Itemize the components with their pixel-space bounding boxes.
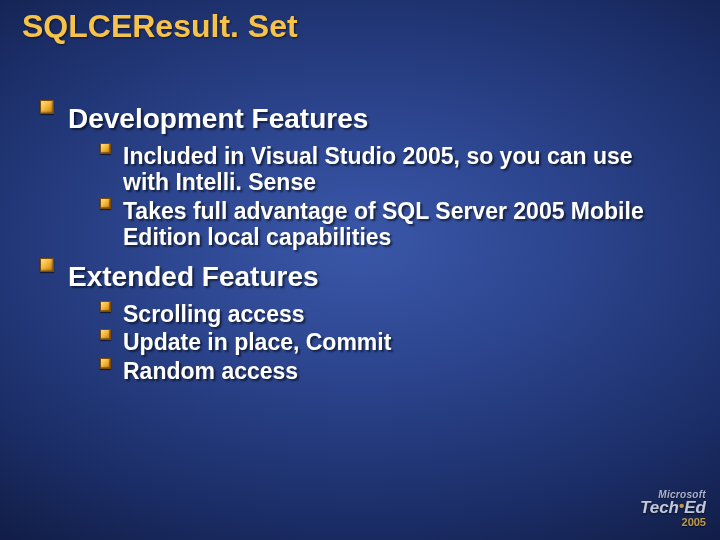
slide-title: SQLCEResult. Set [22,8,298,45]
brand-logo: Microsoft Tech•Ed 2005 [640,489,706,528]
feature-text: Update in place, Commit [123,329,680,355]
product-name-b: Ed [684,498,706,517]
bullet-icon [40,100,54,114]
feature-text: Included in Visual Studio 2005, so you c… [123,143,680,196]
slide: SQLCEResult. Set Development Features In… [0,0,720,540]
feature-text: Random access [123,358,680,384]
dot-icon: • [679,497,684,514]
feature-text: Scrolling access [123,301,680,327]
bullet-icon [100,143,111,154]
feature-text: Takes full advantage of SQL Server 2005 … [123,198,680,251]
list-item: Development Features [40,103,680,135]
product-name: Tech•Ed [640,498,706,518]
bullet-icon [100,358,111,369]
bullet-icon [100,301,111,312]
list-item: Scrolling access [100,301,680,327]
section-heading: Extended Features [68,261,680,293]
list-item: Included in Visual Studio 2005, so you c… [100,143,680,196]
product-name-a: Tech [640,498,679,517]
slide-content: Development Features Included in Visual … [40,95,680,386]
bullet-icon [40,258,54,272]
list-item: Update in place, Commit [100,329,680,355]
list-item: Takes full advantage of SQL Server 2005 … [100,198,680,251]
list-item: Random access [100,358,680,384]
bullet-icon [100,198,111,209]
section-heading: Development Features [68,103,680,135]
list-item: Extended Features [40,261,680,293]
bullet-icon [100,329,111,340]
